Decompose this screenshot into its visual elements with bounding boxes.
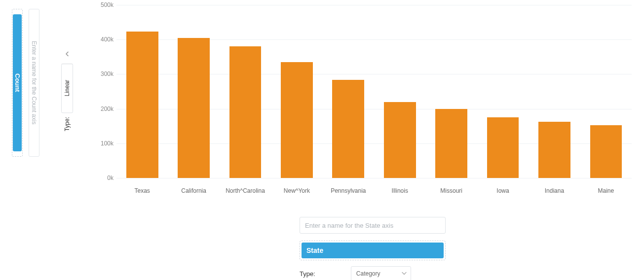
x-tick-label: New^York	[271, 187, 322, 194]
x-axis-name-input[interactable]	[300, 217, 446, 234]
x-axis-field-pill[interactable]: State	[302, 243, 444, 258]
y-axis-scale-select[interactable]: Linear	[61, 64, 73, 113]
x-tick-label: Iowa	[477, 187, 529, 194]
x-tick-label: Missouri	[425, 187, 477, 194]
bar-slot	[168, 5, 219, 178]
y-tick-label: 100k	[94, 140, 114, 147]
y-axis-name-field[interactable]	[29, 9, 39, 157]
x-axis-controls: State Type: Category	[300, 217, 448, 280]
bar-slot	[477, 5, 529, 178]
y-tick-label: 500k	[94, 1, 114, 8]
x-tick-label: Texas	[116, 187, 168, 194]
y-axis-name-input[interactable]	[30, 14, 38, 151]
x-axis-pill-dropzone[interactable]: State	[300, 241, 446, 260]
x-axis-type-select[interactable]: Category	[351, 266, 411, 280]
y-axis-field-pill[interactable]: Count	[13, 14, 22, 151]
bar[interactable]	[538, 122, 570, 178]
x-axis-labels: TexasCaliforniaNorth^CarolinaNew^YorkPen…	[116, 187, 632, 194]
y-tick-label: 300k	[94, 70, 114, 77]
bar-slot	[529, 5, 580, 178]
bar-slot	[580, 5, 632, 178]
bar-slot	[116, 5, 168, 178]
bar[interactable]	[281, 62, 313, 178]
y-tick-label: 200k	[94, 105, 114, 112]
bar-slot	[271, 5, 322, 178]
bar[interactable]	[229, 46, 262, 178]
y-tick-label: 400k	[94, 36, 114, 43]
gridline	[116, 178, 632, 178]
y-axis-type-control: Type: Linear	[61, 48, 73, 131]
bar[interactable]	[435, 109, 467, 178]
x-tick-label: North^Carolina	[220, 187, 271, 194]
bar-chart: 0k100k200k300k400k500k	[99, 5, 632, 183]
y-axis-field-well: Count	[12, 9, 39, 157]
bar-slot	[220, 5, 271, 178]
x-tick-label: Maine	[580, 187, 632, 194]
bar-slot	[425, 5, 477, 178]
x-tick-label: California	[168, 187, 219, 194]
bar[interactable]	[332, 80, 364, 178]
x-tick-label: Indiana	[529, 187, 580, 194]
x-axis-field-label: State	[306, 246, 323, 254]
bar[interactable]	[590, 125, 622, 178]
bar-slot	[374, 5, 425, 178]
chevron-right-icon[interactable]	[62, 48, 73, 60]
chevron-down-icon	[402, 271, 407, 277]
bar[interactable]	[487, 117, 519, 178]
y-axis-type-label: Type:	[64, 117, 71, 131]
y-axis-field-label: Count	[14, 73, 21, 92]
chart-area: 0k100k200k300k400k500k TexasCaliforniaNo…	[84, 5, 632, 194]
bar[interactable]	[178, 38, 210, 178]
x-axis-type-value: Category	[356, 270, 380, 277]
y-axis-scale-value: Linear	[64, 80, 71, 96]
bar-slot	[323, 5, 374, 178]
bar[interactable]	[384, 102, 416, 178]
y-axis-pill-dropzone[interactable]: Count	[12, 9, 23, 157]
y-tick-label: 0k	[94, 175, 114, 181]
x-tick-label: Illinois	[374, 187, 425, 194]
bars	[116, 5, 632, 178]
bar[interactable]	[126, 32, 158, 178]
x-axis-type-label: Type:	[300, 270, 315, 278]
x-tick-label: Pennsylvania	[323, 187, 374, 194]
